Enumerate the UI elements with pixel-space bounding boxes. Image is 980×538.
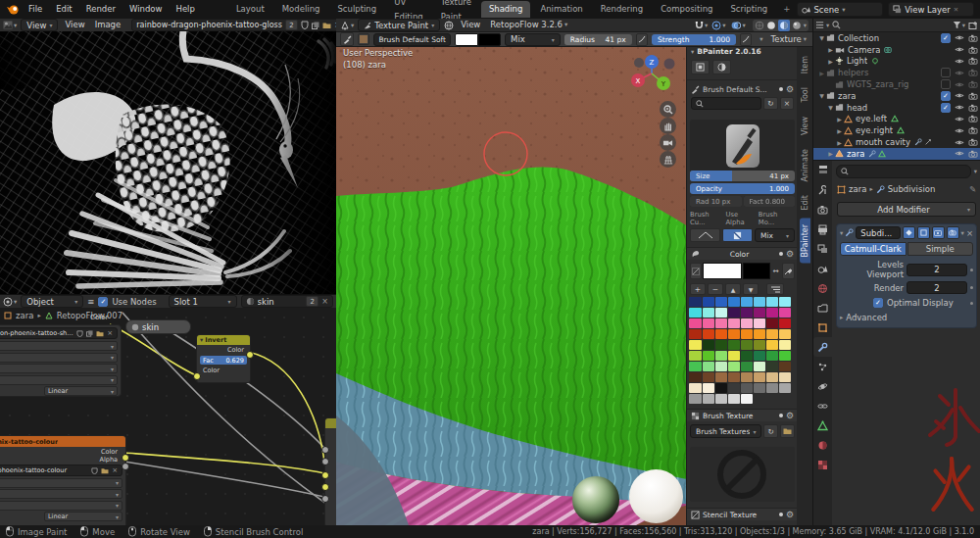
palette-swatch[interactable] — [715, 362, 727, 371]
brush-datablock-icon[interactable] — [358, 33, 369, 45]
levels-viewport-value[interactable]: 2 — [906, 264, 967, 276]
size-slider[interactable]: Size41 px — [690, 171, 795, 181]
view-layer-selector[interactable]: View Layer ✕ — [888, 2, 974, 17]
fac-slider[interactable]: Fac 0.629 — [200, 356, 247, 365]
palette-swatch[interactable] — [728, 340, 740, 350]
properties-search-input[interactable] — [836, 165, 971, 178]
palette-swatch[interactable] — [703, 372, 714, 382]
opacity-slider[interactable]: Opacity1.000 — [690, 183, 795, 194]
texture-menu[interactable]: Texture▾ — [769, 32, 808, 46]
palette-swatch[interactable] — [766, 362, 778, 371]
menu-window[interactable]: Window — [122, 0, 170, 19]
palette-swatch[interactable] — [779, 372, 791, 382]
palette-swatch[interactable] — [728, 372, 740, 382]
breadcrumb-modifier[interactable]: Subdivision — [888, 184, 936, 194]
foreground-color-swatch[interactable] — [703, 263, 742, 279]
properties-tab-constraints[interactable] — [813, 396, 832, 416]
material-users-count[interactable]: 2 — [306, 296, 318, 307]
palette-move-down-button[interactable]: ▼ — [743, 283, 759, 295]
properties-tab-collection[interactable] — [813, 298, 832, 318]
palette-swatch[interactable] — [741, 340, 753, 350]
disclosure-arrow-icon[interactable]: ▶ — [835, 139, 844, 146]
palette-swatch[interactable] — [703, 329, 714, 339]
node-interpolation-dropdown[interactable]: Linear▾ — [44, 386, 118, 396]
sidebar-tab-tool[interactable]: Tool — [800, 81, 810, 109]
use-nodes-checkbox[interactable]: ✓ — [98, 297, 108, 307]
brush-mode-dropdown[interactable]: Mix▾ — [755, 228, 795, 242]
disable-render-camera-icon[interactable] — [968, 57, 978, 65]
disclosure-arrow-icon[interactable]: ▼ — [817, 92, 826, 99]
disable-render-camera-icon[interactable] — [968, 150, 978, 158]
unlink-icon[interactable]: × — [107, 329, 113, 337]
node-image-texture-shadow[interactable]: dragon-phoenix-tattoo-shadow × ▾ ▾ ▾ ▾ L… — [0, 324, 122, 397]
outliner-row-mouth-cavity[interactable]: ▶mouth cavity — [813, 136, 980, 148]
shading-rendered-icon[interactable] — [792, 21, 802, 30]
outliner-row-wgts_zara_rig[interactable]: WGTS_zara_rig — [813, 78, 980, 90]
secondary-color-swatch[interactable] — [478, 33, 501, 46]
palette-swatch[interactable] — [689, 351, 701, 361]
globe-icon[interactable] — [444, 21, 454, 30]
shading-solid-icon[interactable] — [766, 21, 776, 30]
fake-user-shield-icon[interactable] — [76, 330, 83, 337]
node-dropdown[interactable]: ▾ — [0, 478, 122, 488]
palette-swatch[interactable] — [741, 372, 753, 382]
palette-swatch[interactable] — [715, 340, 727, 350]
hide-viewport-eye-icon[interactable] — [955, 34, 964, 41]
matcap-preview-sphere[interactable] — [629, 469, 683, 523]
palette-swatch[interactable] — [703, 383, 714, 393]
retopoflow-menu[interactable]: RetopoFlow 3.2.6▾ — [487, 19, 570, 31]
editor-type-button[interactable]: ▾ — [340, 21, 354, 30]
palette-swatch[interactable] — [766, 318, 778, 328]
node-dropdown[interactable]: ▾ — [0, 353, 118, 363]
slot-dropdown[interactable]: Slot 1▾ — [169, 295, 237, 308]
properties-tab-viewlayer[interactable] — [813, 239, 832, 259]
palette-swatch[interactable] — [779, 340, 791, 350]
menu-render[interactable]: Render — [79, 0, 122, 19]
node-invert[interactable]: ▾ Invert Color Fac 0.629 Color — [196, 334, 251, 383]
animate-property-dot[interactable] — [970, 286, 973, 289]
menu-help[interactable]: Help — [169, 0, 201, 19]
editor-type-button[interactable] — [813, 161, 832, 180]
hide-viewport-eye-icon[interactable] — [955, 104, 964, 111]
editor-type-button[interactable]: ▾ — [816, 21, 829, 29]
palette-swatch[interactable] — [715, 372, 727, 382]
palette-swatch[interactable] — [715, 308, 727, 318]
sidebar-tab-animate[interactable]: Animate — [800, 143, 810, 188]
outliner-row-zara[interactable]: ▼zara✓ — [813, 90, 980, 102]
disclosure-arrow-icon[interactable]: ▶ — [835, 116, 844, 122]
properties-tab-physics[interactable] — [813, 376, 832, 396]
palette-swatch[interactable] — [766, 351, 778, 361]
modifier-editmode-toggle[interactable] — [917, 226, 930, 239]
palette-swatch[interactable] — [754, 297, 765, 307]
navigation-gizmo[interactable]: Z X Y — [627, 49, 676, 98]
editor-type-button[interactable]: ▾ — [3, 297, 17, 307]
selectable-checkbox[interactable]: ✓ — [941, 91, 951, 101]
brush-options-dot[interactable] — [779, 87, 783, 91]
color-panel-header[interactable]: Color ⚙ — [687, 247, 798, 260]
palette-swatch[interactable] — [766, 383, 778, 393]
shading-material-icon[interactable] — [778, 20, 790, 31]
palette-swatch[interactable] — [754, 308, 765, 318]
workspace-tab-animation[interactable]: Animation — [532, 1, 590, 18]
editor-type-button[interactable]: ▾ — [3, 21, 17, 29]
outliner-row-camera[interactable]: ▶Camera — [813, 44, 980, 56]
disclosure-arrow-icon[interactable]: ▼ — [826, 104, 835, 111]
disable-render-camera-icon[interactable] — [968, 104, 978, 112]
node-canvas[interactable]: zara ▸ RetopoFlow.007 Color skin dragon-… — [0, 308, 336, 526]
node-dropdown[interactable]: ▾ — [0, 341, 118, 351]
snap-magnet-icon[interactable]: ▾ — [695, 21, 708, 30]
palette-swatch[interactable] — [741, 394, 753, 404]
palette-swatch[interactable] — [754, 329, 765, 339]
palette-swatch[interactable] — [754, 340, 765, 350]
properties-tab-particles[interactable] — [813, 357, 832, 376]
menu-edit[interactable]: Edit — [49, 0, 78, 19]
outliner-row-helpers[interactable]: ▶helpers — [813, 67, 980, 78]
hide-viewport-eye-icon[interactable] — [955, 150, 964, 157]
scene-selector[interactable]: Scene ▾ — [797, 2, 883, 17]
active-tool-brush-icon[interactable] — [340, 32, 354, 46]
brush-settings-gear-icon[interactable]: ⚙ — [786, 84, 794, 94]
catmull-clark-tab[interactable]: Catmull-Clark — [840, 242, 906, 256]
properties-tab-tool[interactable] — [813, 180, 832, 200]
palette-swatch[interactable] — [728, 297, 740, 307]
palette-swatch[interactable] — [703, 308, 714, 318]
